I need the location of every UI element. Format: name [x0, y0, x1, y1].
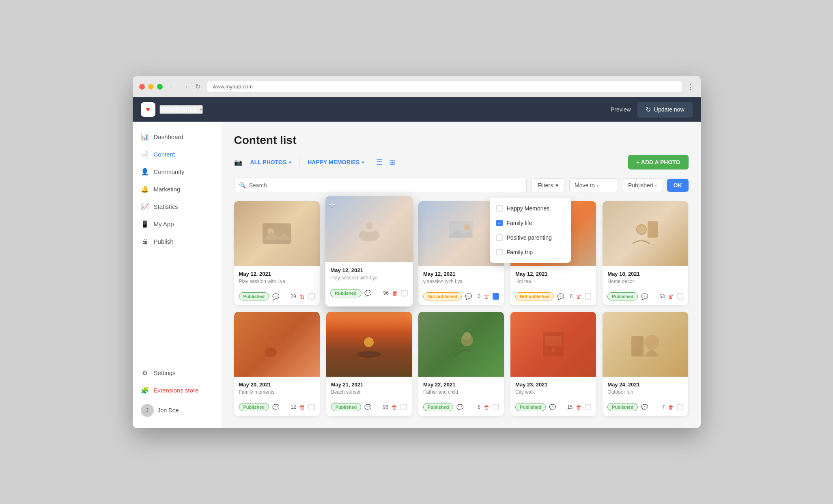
- card-checkbox-5[interactable]: [677, 293, 683, 300]
- sidebar-item-publish[interactable]: 🖨 Publish: [133, 233, 222, 250]
- photo-grid: May 12, 2021 Play session with Lya Publi…: [234, 201, 689, 416]
- refresh-button[interactable]: ↻: [194, 81, 202, 92]
- photo-card-7[interactable]: May 21, 2021 Beach sunset Published 💬 96…: [326, 312, 412, 416]
- card-checkbox-7[interactable]: [400, 404, 407, 410]
- grid-view-button[interactable]: ⊞: [387, 156, 398, 168]
- update-now-button[interactable]: ↻ Update now: [637, 102, 693, 118]
- browser-menu-icon[interactable]: ⋮: [687, 82, 694, 91]
- comment-icon-8: 💬: [456, 404, 463, 410]
- photo-card-1[interactable]: May 12, 2021 Play session with Lya Publi…: [234, 201, 320, 305]
- all-photos-label: ALL PHOTOS: [250, 159, 287, 165]
- card-checkbox-1[interactable]: [308, 293, 315, 300]
- svg-rect-22: [631, 336, 644, 356]
- card-checkbox-2[interactable]: [401, 290, 407, 296]
- trash-icon-1[interactable]: 🗑: [299, 293, 305, 300]
- published-chevron-icon: ▾: [655, 183, 657, 188]
- photo-card-5[interactable]: May 18, 2021 Home decor Published 💬 63 🗑: [603, 201, 688, 305]
- svg-rect-10: [648, 221, 658, 238]
- dropdown-label-positive-parenting: Positive parenting: [507, 234, 552, 241]
- add-photo-button[interactable]: + ADD A PHOTO: [628, 155, 688, 169]
- sidebar-label-extensions: Extensions store: [154, 387, 199, 394]
- sidebar-item-content[interactable]: 📄 Content: [133, 146, 222, 163]
- sidebar: 📊 Dashboard 📄 Content 👤 Community 🔔 Mark…: [133, 122, 222, 428]
- sidebar-item-extensions[interactable]: 🧩 Extensions store: [133, 382, 222, 399]
- checkbox-family-life[interactable]: ✓: [496, 220, 503, 226]
- sidebar-label-community: Community: [154, 168, 185, 175]
- view-toggle: ☰ ⊞: [374, 156, 398, 168]
- card-checkbox-6[interactable]: [308, 404, 315, 410]
- published-select[interactable]: Published ▾: [623, 178, 662, 192]
- card-checkbox-10[interactable]: [677, 404, 683, 410]
- traffic-lights: [139, 84, 163, 90]
- photo-card-2[interactable]: ✛ May 12, 2021 Play session with Lya P: [325, 196, 413, 306]
- card-checkbox-8[interactable]: [493, 404, 499, 410]
- ok-button[interactable]: OK: [667, 179, 689, 192]
- dropdown-item-family-trip[interactable]: Family trip: [490, 245, 571, 260]
- photo-date-6: May 20, 2021: [239, 382, 315, 388]
- checkbox-positive-parenting[interactable]: [496, 234, 503, 241]
- sidebar-item-myapp[interactable]: 📱 My App: [133, 215, 222, 233]
- list-view-button[interactable]: ☰: [374, 156, 385, 168]
- close-button[interactable]: [139, 84, 145, 90]
- move-to-select[interactable]: Move to ▾: [569, 178, 618, 192]
- photo-desc-9: City walk: [515, 389, 591, 395]
- preview-button[interactable]: Preview: [611, 106, 631, 113]
- photo-footer-9: Published 💬 15 🗑: [510, 400, 596, 416]
- move-to-chevron-icon: ▾: [596, 183, 598, 188]
- trash-icon-9[interactable]: 🗑: [576, 404, 581, 410]
- dropdown-item-positive-parenting[interactable]: Positive parenting: [490, 230, 571, 245]
- comment-count-2: 96: [383, 290, 389, 296]
- address-bar[interactable]: www.myapp.com: [207, 81, 682, 92]
- minimize-button[interactable]: [148, 84, 154, 90]
- dropdown-item-happy-memories[interactable]: Happy Memories: [490, 201, 571, 216]
- photo-date-5: May 18, 2021: [607, 271, 683, 277]
- sidebar-label-publish: Publish: [154, 238, 174, 245]
- svg-point-23: [644, 335, 659, 350]
- photo-desc-5: Home decor: [607, 279, 683, 284]
- content-area: Content list 📷 ALL PHOTOS ▾ HAPPY MEMORI…: [222, 122, 701, 428]
- sidebar-label-dashboard: Dashboard: [154, 133, 183, 140]
- sidebar-item-community[interactable]: 👤 Community: [133, 163, 222, 180]
- search-input[interactable]: [234, 178, 527, 193]
- card-checkbox-9[interactable]: [585, 404, 591, 410]
- sidebar-item-dashboard[interactable]: 📊 Dashboard: [133, 128, 222, 146]
- trash-icon-3[interactable]: 🗑: [484, 293, 489, 300]
- photo-card-10[interactable]: May 24, 2021 Outdoor fun Published 💬 7 🗑: [603, 312, 688, 416]
- trash-icon-10[interactable]: 🗑: [668, 404, 674, 410]
- dropdown-item-family-life[interactable]: ✓ Family life: [490, 216, 571, 230]
- maximize-button[interactable]: [157, 84, 163, 90]
- sidebar-item-marketing[interactable]: 🔔 Marketing: [133, 180, 222, 198]
- comment-count-9: 15: [567, 404, 573, 410]
- move-to-dropdown: Happy Memories ✓ Family life Positive pa…: [490, 198, 571, 263]
- trash-icon-7[interactable]: 🗑: [392, 404, 397, 410]
- checkbox-family-trip[interactable]: [496, 249, 503, 255]
- trash-icon-4[interactable]: 🗑: [576, 293, 581, 300]
- sidebar-item-settings[interactable]: ⚙ Settings: [133, 364, 222, 382]
- sidebar-item-statistics[interactable]: 📈 Statistics: [133, 198, 222, 215]
- app-name-button[interactable]: Woodyfamily ▾: [159, 105, 203, 114]
- sidebar-bottom: ⚙ Settings 🧩 Extensions store J Jon Doe: [133, 359, 222, 422]
- happy-memories-filter[interactable]: HAPPY MEMORIES ▾: [304, 157, 367, 167]
- status-badge-10: Published: [607, 403, 638, 411]
- photo-card-8[interactable]: May 22, 2021 Father and child Published …: [418, 312, 504, 416]
- trash-icon-6[interactable]: 🗑: [299, 404, 305, 410]
- trash-icon-5[interactable]: 🗑: [668, 293, 674, 300]
- comment-count-8: 8: [478, 404, 480, 410]
- forward-button[interactable]: →: [181, 81, 190, 92]
- all-photos-filter[interactable]: ALL PHOTOS ▾: [247, 157, 295, 167]
- sidebar-user[interactable]: J Jon Doe: [133, 399, 222, 422]
- trash-icon-2[interactable]: 🗑: [392, 290, 398, 296]
- checkbox-happy-memories[interactable]: [496, 205, 503, 212]
- svg-point-18: [463, 332, 471, 340]
- card-checkbox-3[interactable]: [493, 293, 499, 300]
- photo-card-6[interactable]: May 20, 2021 Family moments Published 💬 …: [234, 312, 320, 416]
- photo-image-10: [603, 312, 688, 377]
- filters-button[interactable]: Filters ▾: [532, 178, 564, 192]
- dropdown-label-family-trip: Family trip: [507, 249, 533, 255]
- trash-icon-8[interactable]: 🗑: [484, 404, 489, 410]
- card-checkbox-4[interactable]: [585, 293, 591, 300]
- back-button[interactable]: ←: [168, 81, 177, 92]
- photo-card-9[interactable]: May 23, 2021 City walk Published 💬 15 🗑: [510, 312, 596, 416]
- photo-desc-1: Play session with Lya: [239, 279, 315, 284]
- community-icon: 👤: [141, 168, 149, 176]
